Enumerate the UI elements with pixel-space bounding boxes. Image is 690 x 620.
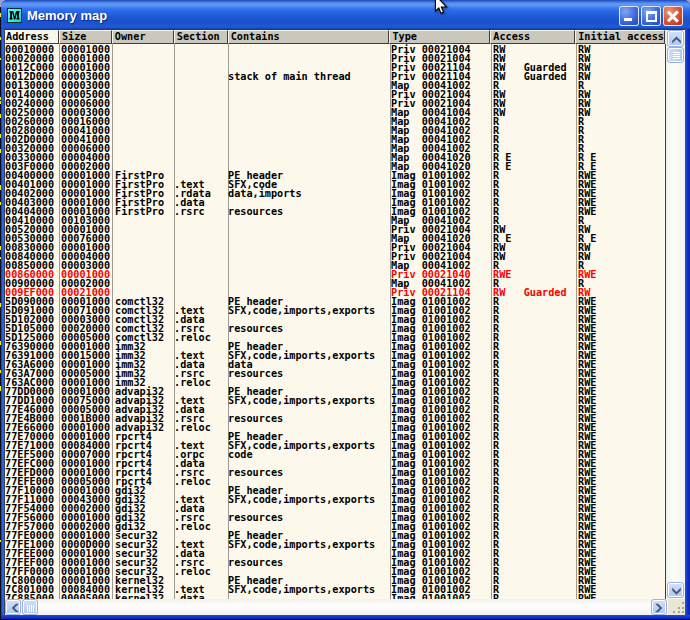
close-button[interactable] — [663, 6, 683, 26]
cell-access: RW Guarded — [493, 72, 567, 81]
chevron-left-icon — [6, 600, 22, 616]
title-bar[interactable]: Memory map — [1, 0, 690, 29]
cell-section: .reloc — [174, 522, 211, 531]
window-title: Memory map — [27, 8, 107, 23]
horizontal-thumb[interactable] — [22, 599, 38, 615]
column-header-section[interactable]: Section — [174, 30, 228, 44]
scroll-up-button[interactable] — [667, 30, 684, 47]
thumb-ridges — [27, 605, 34, 612]
cell-contains: resources — [228, 558, 283, 567]
cell-contains: SFX,code,imports,exports — [228, 585, 375, 594]
memory-map-table: 0001000000001000Priv 00021004RWRW0002000… — [5, 44, 666, 599]
column-header-size[interactable]: Size — [59, 30, 112, 44]
memory-map-window-icon — [7, 8, 22, 23]
cell-contains: code — [228, 450, 253, 459]
memory-map-window: Memory map AddressSizeOwnerSectionContai… — [1, 0, 690, 619]
close-icon — [664, 7, 682, 25]
memory-map-icon-letter-m — [8, 9, 21, 22]
cell-section: .reloc — [174, 567, 211, 576]
cell-contains: resources — [228, 468, 283, 477]
chevron-right-icon — [652, 600, 668, 616]
cell-section: .reloc — [174, 477, 211, 486]
cell-section: .rsrc — [174, 207, 205, 216]
grip-dot — [682, 611, 684, 613]
cell-access: RW Guarded — [493, 288, 567, 297]
maximize-button[interactable] — [641, 6, 661, 26]
cell-section: .reloc — [174, 378, 211, 387]
cell-contains: resources — [228, 513, 283, 522]
client-area: AddressSizeOwnerSectionContainsTypeAcces… — [5, 29, 685, 615]
grip-dot — [682, 602, 684, 604]
minimize-icon — [624, 18, 632, 21]
grip-dot — [673, 611, 675, 613]
column-header-initial[interactable]: Initial access — [575, 30, 665, 44]
vertical-scrollbar[interactable] — [666, 30, 685, 599]
window-controls — [619, 6, 683, 26]
cell-contains: data,imports — [228, 189, 302, 198]
thumb-ridges — [673, 52, 680, 59]
resize-grip[interactable] — [668, 599, 685, 615]
scroll-down-button[interactable] — [667, 582, 684, 598]
horizontal-scrollbar[interactable] — [5, 599, 668, 615]
cell-contains: resources — [228, 207, 283, 216]
column-header-owner[interactable]: Owner — [112, 30, 174, 44]
column-header-access[interactable]: Access — [490, 30, 575, 44]
grip-dot — [682, 607, 684, 609]
cell-contains: resources — [228, 414, 283, 423]
cell-section: .reloc — [174, 333, 211, 342]
cell-contains: resources — [228, 324, 283, 333]
cell-contains: SFX,code,imports,exports — [228, 495, 375, 504]
column-header-contains[interactable]: Contains — [228, 30, 390, 44]
scroll-left-button[interactable] — [5, 599, 21, 615]
cell-contains: SFX,code,imports,exports — [228, 306, 375, 315]
minimize-button[interactable] — [619, 6, 639, 26]
arrow-cursor — [430, 0, 454, 18]
maximize-icon — [646, 11, 657, 22]
cell-owner: FirstPro — [115, 207, 164, 216]
grip-dot — [678, 607, 680, 609]
window-border-bottom — [1, 615, 690, 619]
cell-contains: SFX,code,imports,exports — [228, 540, 375, 549]
cell-contains: resources — [228, 369, 283, 378]
window-border-right — [685, 29, 690, 615]
cell-contains: stack of main thread — [228, 72, 351, 81]
column-header-row: AddressSizeOwnerSectionContainsTypeAcces… — [5, 30, 665, 44]
scroll-right-button[interactable] — [651, 599, 667, 615]
column-header-type[interactable]: Type — [389, 30, 490, 44]
column-header-address[interactable]: Address — [5, 30, 59, 44]
vertical-thumb[interactable] — [667, 47, 684, 63]
cell-contains: SFX,code,imports,exports — [228, 396, 375, 405]
cell-section: .reloc — [174, 423, 211, 432]
grip-dot — [678, 611, 680, 613]
chevron-up-icon — [668, 31, 685, 48]
chevron-down-icon — [668, 583, 685, 599]
